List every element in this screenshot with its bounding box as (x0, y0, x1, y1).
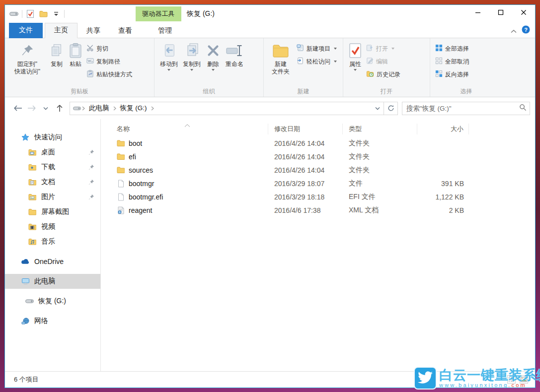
sidebar-item-music[interactable]: 音乐 (5, 234, 100, 249)
file-row-reagent[interactable]: reagent 2016/4/6 17:38 XML 文档 2 KB (101, 203, 535, 217)
new-folder-button[interactable]: 新建 文件夹 (267, 40, 295, 77)
music-folder-icon (28, 238, 37, 245)
column-header-size[interactable]: 大小 (417, 124, 469, 134)
sidebar-item-this-pc[interactable]: 此电脑 (5, 274, 100, 289)
pin-to-quick-access-button[interactable]: 固定到" 快速访问" (8, 40, 47, 77)
search-icon[interactable] (519, 104, 527, 113)
tab-share[interactable]: 共享 (77, 24, 109, 38)
invert-selection-button[interactable]: 反向选择 (433, 69, 471, 80)
breadcrumb-chevron-icon (81, 106, 86, 111)
clipboard-small-buttons: 剪切 复制路径 粘贴快捷方式 (84, 40, 134, 80)
sidebar-item-downloads[interactable]: 下载 (5, 160, 100, 175)
sidebar-item-documents[interactable]: 文档 (5, 175, 100, 190)
pin-icon (88, 194, 94, 201)
copy-to-button[interactable]: 复制到 (180, 40, 203, 72)
tab-view[interactable]: 查看 (109, 24, 141, 38)
collapse-ribbon-icon[interactable] (511, 26, 517, 35)
open-icon (366, 44, 374, 53)
forward-icon[interactable] (25, 101, 39, 115)
copy-icon (49, 42, 64, 60)
maximize-button[interactable] (489, 5, 512, 20)
delete-button[interactable]: 删除 (203, 40, 223, 72)
sidebar-item-pictures[interactable]: 图片 (5, 190, 100, 204)
network-icon (21, 318, 30, 325)
svg-text:?: ? (524, 27, 528, 33)
tab-file[interactable]: 文件 (9, 23, 43, 38)
watermark-title: 白云一键重装系统 (439, 368, 540, 382)
pin-icon (20, 42, 35, 60)
new-item-button[interactable]: 新建项目 (295, 43, 339, 54)
minimize-button[interactable] (466, 5, 489, 20)
select-none-button[interactable]: 全部取消 (433, 56, 471, 67)
copy-button[interactable]: 复制 (47, 40, 67, 69)
new-folder-shortcut-icon[interactable] (38, 9, 48, 19)
file-row-sources[interactable]: sources 2016/4/26 14:04 文件夹 (101, 163, 535, 177)
sidebar-item-recovery-drive[interactable]: 恢复 (G:) (5, 294, 100, 309)
properties-shortcut-icon[interactable] (25, 9, 35, 19)
drive-tools-context-label[interactable]: 驱动器工具 (136, 6, 181, 21)
refresh-icon[interactable] (384, 102, 398, 115)
group-label-open: 打开 (343, 87, 430, 96)
open-dropdown-caret (391, 48, 394, 50)
rename-button[interactable]: 重命名 (223, 40, 246, 69)
toolbar-customize-icon[interactable] (51, 9, 61, 19)
ribbon-group-organize: 移动到 复制到 删除 重命名 (154, 38, 264, 97)
open-button[interactable]: 打开 (364, 43, 402, 54)
cut-icon (86, 44, 94, 53)
file-icon (117, 193, 125, 201)
edit-button[interactable]: 编辑 (364, 56, 402, 67)
toolbar-divider (64, 10, 65, 18)
search-box[interactable] (402, 102, 530, 115)
column-header-type[interactable]: 类型 (343, 124, 417, 134)
file-row-boot[interactable]: boot 2016/4/26 14:04 文件夹 (101, 136, 535, 150)
copy-path-button[interactable]: 复制路径 (84, 56, 134, 67)
breadcrumb-this-pc[interactable]: 此电脑 (86, 104, 112, 113)
tab-home[interactable]: 主页 (45, 23, 77, 38)
recent-locations-icon[interactable] (39, 101, 53, 115)
invert-selection-icon (435, 70, 443, 79)
sidebar-item-videos[interactable]: 视频 (5, 219, 100, 234)
paste-button[interactable]: 粘贴 (67, 40, 84, 69)
sidebar-item-desktop[interactable]: 桌面 (5, 145, 100, 160)
twitter-bird-icon (414, 367, 437, 390)
ribbon-group-open: 属性 打开 编辑 (343, 38, 430, 97)
back-icon[interactable] (11, 101, 25, 115)
select-all-button[interactable]: 全部选择 (433, 43, 471, 54)
move-to-button[interactable]: 移动到 (157, 40, 180, 72)
search-input[interactable] (406, 105, 519, 112)
sort-ascending-icon[interactable] (184, 120, 190, 129)
new-item-icon (297, 44, 304, 53)
history-button[interactable]: 历史记录 (364, 69, 402, 80)
up-icon[interactable] (53, 101, 67, 115)
breadcrumb[interactable]: 此电脑 恢复 (G:) (70, 102, 384, 115)
address-bar: 此电脑 恢复 (G:) (5, 97, 535, 119)
rename-icon (226, 42, 243, 60)
file-row-bootmgr-efi[interactable]: bootmgr.efi 2016/3/29 18:18 EFI 文件 1,122… (101, 190, 535, 203)
new-item-dropdown-caret (334, 48, 337, 50)
easy-access-button[interactable]: 轻松访问 (295, 56, 339, 67)
file-row-efi[interactable]: efi 2016/4/26 14:04 文件夹 (101, 150, 535, 163)
paste-shortcut-button[interactable]: 粘贴快捷方式 (84, 69, 134, 80)
sidebar-item-network[interactable]: 网络 (5, 314, 100, 328)
screenshots-folder-icon (28, 208, 37, 215)
properties-dropdown-caret (354, 69, 357, 71)
properties-button[interactable]: 属性 (346, 40, 364, 72)
videos-folder-icon (28, 223, 37, 230)
sidebar-item-screenshots[interactable]: 屏幕截图 (5, 204, 100, 219)
delete-dropdown-caret (212, 69, 215, 71)
drive-icon[interactable] (9, 9, 19, 19)
help-icon[interactable]: ? (522, 25, 530, 36)
column-header-date-modified[interactable]: 修改日期 (268, 124, 343, 134)
address-dropdown-icon[interactable] (372, 101, 384, 115)
file-row-bootmgr[interactable]: bootmgr 2016/3/29 18:07 文件 391 KB (101, 177, 535, 190)
sidebar-item-quick-access[interactable]: 快速访问 (5, 130, 100, 145)
tab-manage[interactable]: 管理 (149, 24, 181, 38)
explorer-window: 驱动器工具 恢复 (G:) 文件 主页 共享 查看 管理 ? (4, 4, 536, 388)
close-button[interactable] (512, 5, 535, 20)
group-label-new: 新建 (264, 87, 343, 96)
cut-button[interactable]: 剪切 (84, 43, 134, 54)
group-label-clipboard: 剪贴板 (5, 87, 154, 96)
sidebar-item-onedrive[interactable]: OneDrive (5, 254, 100, 269)
breadcrumb-current-drive[interactable]: 恢复 (G:) (117, 104, 150, 113)
group-label-select: 选择 (430, 87, 502, 96)
